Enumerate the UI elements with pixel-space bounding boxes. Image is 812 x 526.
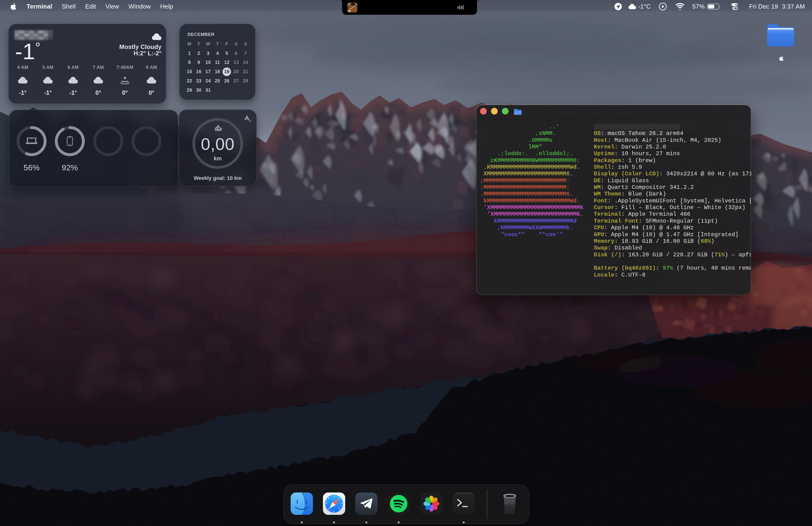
svg-text:92%: 92%	[62, 163, 78, 172]
svg-text:km: km	[214, 155, 221, 161]
svg-text:56%: 56%	[24, 163, 40, 172]
svg-text:Weekly goal: 10 km: Weekly goal: 10 km	[194, 175, 242, 181]
svg-text:0,00: 0,00	[201, 135, 235, 154]
